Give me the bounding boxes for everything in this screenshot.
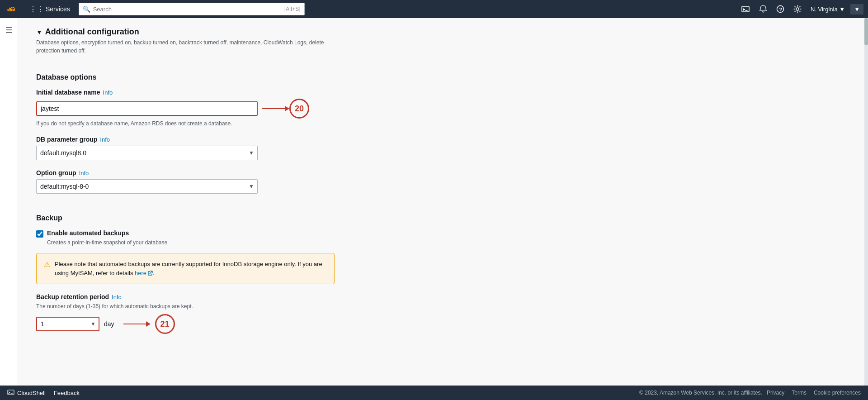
scrollbar[interactable] (864, 18, 868, 376)
section-title: Additional configuration (45, 27, 139, 37)
backup-section: Backup Enable automated backups Creates … (36, 214, 371, 334)
aws-logo[interactable]: aws (5, 1, 21, 17)
option-group-label: Option group Info (36, 169, 371, 176)
search-icon: 🔍 (83, 5, 90, 13)
grid-icon: ⋮⋮ (29, 5, 44, 14)
help-icon[interactable]: ? (773, 3, 788, 15)
warning-icon: ⚠ (44, 260, 50, 269)
retention-row: 1 2 3 4 5 7 ▼ day 21 (36, 314, 371, 334)
services-label: Services (46, 5, 70, 13)
backup-divider (36, 203, 371, 203)
retention-period-select[interactable]: 1 2 3 4 5 7 (36, 317, 99, 331)
svg-text:?: ? (779, 7, 782, 12)
annotation-circle-21: 21 (155, 314, 175, 334)
option-group-select[interactable]: default:mysql-8-0 (36, 179, 258, 194)
backup-retention-group: Backup retention period Info The number … (36, 293, 371, 334)
search-shortcut: [Alt+S] (284, 6, 301, 12)
bell-icon[interactable] (755, 3, 771, 15)
db-parameter-group-label: DB parameter group Info (36, 136, 371, 143)
database-options-title: Database options (36, 73, 371, 81)
automated-backups-group: Enable automated backups (36, 229, 371, 238)
warning-link[interactable]: here (135, 270, 153, 276)
initial-db-input-row: 20 (36, 99, 371, 119)
backup-retention-text: Backup retention period (36, 293, 109, 300)
annotation-circle-20: 20 (289, 99, 309, 119)
db-parameter-group-select[interactable]: default.mysql8.0 (36, 146, 258, 160)
initial-db-name-group: Initial database name Info 20 If you do … (36, 89, 371, 127)
sidebar: ☰ (0, 18, 18, 376)
svg-rect-2 (742, 6, 749, 12)
section-description: Database options, encryption turned on, … (36, 38, 330, 55)
section-divider (36, 64, 371, 64)
region-selector[interactable]: N. Virginia ▼ (807, 4, 849, 14)
option-group-field: Option group Info default:mysql-8-0 ▼ (36, 169, 371, 194)
warning-box: ⚠ Please note that automated backups are… (36, 253, 335, 284)
warning-link-suffix: . (153, 270, 155, 276)
automated-backups-checkbox[interactable] (36, 230, 43, 238)
annotation-arrow-20 (262, 104, 289, 113)
initial-db-name-label: Initial database name Info (36, 89, 371, 96)
warning-text: Please note that automated backups are c… (55, 260, 327, 277)
initial-db-name-input[interactable] (36, 101, 258, 116)
backup-retention-info[interactable]: Info (112, 294, 122, 300)
db-parameter-group-info[interactable]: Info (100, 136, 110, 143)
annotation-arrow-21 (123, 319, 151, 329)
settings-icon[interactable] (790, 3, 805, 15)
top-navigation: aws ⋮⋮ Services 🔍 [Alt+S] ? N. Virginia … (0, 0, 868, 18)
svg-text:aws: aws (7, 7, 15, 12)
db-parameter-group-text: DB parameter group (36, 136, 97, 143)
backup-retention-label: Backup retention period Info (36, 293, 371, 300)
backup-retention-hint: The number of days (1-35) for which auto… (36, 303, 371, 310)
initial-db-name-hint: If you do not specify a database name, A… (36, 120, 371, 127)
initial-db-name-info[interactable]: Info (103, 89, 113, 96)
backup-title: Backup (36, 214, 371, 222)
sidebar-menu-button[interactable]: ☰ (2, 22, 16, 39)
user-label: ▼ (854, 6, 860, 13)
db-parameter-group-select-wrapper: default.mysql8.0 ▼ (36, 146, 258, 160)
scrollbar-thumb[interactable] (864, 18, 868, 45)
warning-text-main: Please note that automated backups are c… (55, 261, 322, 276)
option-group-select-wrapper: default:mysql-8-0 ▼ (36, 179, 258, 194)
automated-backups-label: Enable automated backups (47, 229, 129, 237)
additional-config-header: ▼ Additional configuration (36, 27, 371, 37)
main-content: ▼ Additional configuration Database opti… (18, 18, 389, 361)
search-bar[interactable]: 🔍 [Alt+S] (79, 3, 305, 15)
option-group-text: Option group (36, 169, 76, 176)
db-parameter-group-field: DB parameter group Info default.mysql8.0… (36, 136, 371, 160)
option-group-info[interactable]: Info (79, 170, 89, 176)
menu-icon: ☰ (5, 26, 13, 35)
nav-icons: ? N. Virginia ▼ ▼ (737, 3, 863, 15)
cloud-terminal-icon[interactable] (737, 3, 754, 15)
automated-backups-desc: Creates a point-in-time snapshot of your… (47, 239, 371, 246)
region-label: N. Virginia ▼ (811, 6, 845, 13)
search-input[interactable] (93, 6, 282, 13)
retention-select-wrapper: 1 2 3 4 5 7 ▼ (36, 317, 99, 331)
user-menu[interactable]: ▼ (850, 4, 863, 14)
initial-db-name-text: Initial database name (36, 89, 100, 96)
services-menu-button[interactable]: ⋮⋮ Services (25, 3, 74, 16)
svg-point-6 (796, 8, 799, 10)
day-label: day (104, 320, 114, 328)
section-toggle-icon[interactable]: ▼ (36, 29, 42, 36)
